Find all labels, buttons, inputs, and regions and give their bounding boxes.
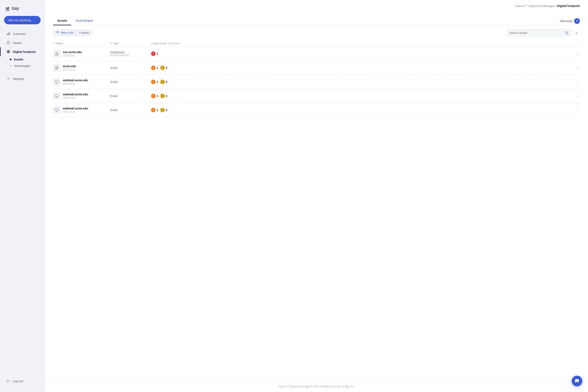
tab-technologies[interactable]: Technologies <box>71 17 98 25</box>
issue-badge-yellow-4: ⋮ 2 <box>160 94 168 98</box>
row-more-button-3[interactable]: ··· <box>572 80 580 84</box>
issue-dot-yellow-3: ⋮ <box>160 80 165 84</box>
main-content: Stance™ Exposure Manager / Digital footp… <box>45 0 588 392</box>
svg-rect-0 <box>7 34 8 35</box>
sort-type-icon: ⇅ <box>110 42 112 45</box>
download-button[interactable] <box>573 30 580 36</box>
col-name-header[interactable]: ⇅ Name <box>53 42 110 45</box>
issue-dot-red-1: − <box>151 52 156 56</box>
search-input-wrap: 🔍 <box>506 29 572 36</box>
sidebar: at bay Ask me anything Summary Issues <box>0 0 45 392</box>
svg-rect-2 <box>9 32 10 35</box>
logo-bay-text: bay <box>10 6 19 11</box>
type-cell-5: Email <box>110 108 151 112</box>
sidebar-bottom: Log out <box>0 376 45 392</box>
breadcrumb-current: Digital footprint <box>557 4 580 8</box>
asset-name-5: webmail.acme.edu <box>63 107 88 110</box>
svg-rect-15 <box>55 108 58 111</box>
asset-date-1: 2022.10.31 <box>63 54 82 57</box>
issue-badge-orange-5: ! 1 <box>151 108 158 112</box>
svg-rect-13 <box>55 80 58 83</box>
row-more-button-4[interactable]: ··· <box>572 94 580 98</box>
issues-cell-3: ! 1 ⋮ 2 <box>151 80 572 84</box>
type-cell-3: Email <box>110 80 151 84</box>
filters-row: Filters OFF 3 assets 🔍 <box>53 25 580 40</box>
table-header: ⇅ Name ⇅ Type ↓ Issue count most-least <box>53 40 580 47</box>
sidebar-item-summary[interactable]: Summary <box>0 29 45 38</box>
sidebar-item-settings[interactable]: Settings <box>0 74 45 83</box>
sidebar-sub-item-assets-label: Assets <box>14 58 23 61</box>
sidebar-sub-item-technologies[interactable]: Technologies <box>0 63 45 69</box>
col-type-header[interactable]: ⇅ Type <box>110 42 151 45</box>
issue-badge-orange-3: ! 1 <box>151 80 158 84</box>
row-more-button-1[interactable]: ··· <box>572 52 580 56</box>
breadcrumb: Stance™ Exposure Manager / Digital footp… <box>515 4 580 8</box>
issue-count-yellow-2: 2 <box>166 66 168 70</box>
asset-name-2: acme.edu <box>63 64 76 68</box>
bar-chart-icon <box>6 32 10 36</box>
col-issue-sort-dir: most-least <box>168 42 180 45</box>
logo-area: at bay <box>0 0 45 16</box>
search-icon: 🔍 <box>564 31 568 35</box>
tabs-row: Assets Technologies Add asset + <box>53 12 580 25</box>
logo: at bay <box>6 6 39 11</box>
chat-fab-button[interactable] <box>572 376 582 386</box>
asset-name-1: sso.acme.edu <box>63 50 82 54</box>
sort-name-icon: ⇅ <box>53 42 55 45</box>
sidebar-item-logout-label: Log out <box>13 379 23 383</box>
issue-dot-orange-3: ! <box>151 80 156 84</box>
sidebar-item-digital-footprint[interactable]: Digital footprint <box>0 47 45 56</box>
table-row: webmail.acme.edu 2022.10.31 Email ! 1 ⋮ … <box>53 75 580 89</box>
sidebar-item-issues-label: Issues <box>13 41 22 44</box>
list-icon <box>6 41 10 45</box>
asset-info-1: sso.acme.edu 2022.10.31 <box>63 50 82 57</box>
issue-dot-yellow-5: ⋮ <box>160 108 165 112</box>
content-area: Assets Technologies Add asset + Filters … <box>45 12 588 196</box>
sidebar-item-issues[interactable]: Issues <box>0 38 45 47</box>
col-type-label: Type <box>113 42 118 45</box>
type-cell-4: Email <box>110 94 151 98</box>
asset-name-3: webmail.acme.edu <box>63 78 88 82</box>
issue-count-orange-3: 1 <box>156 80 158 84</box>
search-input[interactable] <box>510 31 563 34</box>
col-issue-header[interactable]: ↓ Issue count most-least <box>151 42 572 45</box>
row-more-button-2[interactable]: ··· <box>572 66 580 70</box>
tab-assets[interactable]: Assets <box>53 17 71 25</box>
asset-cell-1: sso.acme.edu 2022.10.31 <box>53 50 110 57</box>
logout-icon <box>6 379 10 383</box>
filters-count: 3 assets <box>79 31 89 34</box>
issue-badge-yellow-5: ⋮ 2 <box>160 108 168 112</box>
col-name-label: Name <box>56 42 63 45</box>
asset-name-4: webmail.acme.edu <box>63 93 88 96</box>
issue-count-yellow-4: 2 <box>166 94 168 98</box>
asset-cell-4: webmail.acme.edu 2022.10.31 <box>53 92 110 100</box>
filter-divider <box>76 32 76 34</box>
issue-count-orange-2: 1 <box>156 66 158 70</box>
sidebar-sub-item-assets[interactable]: Assets <box>0 56 45 63</box>
asset-date-4: 2022.10.31 <box>63 96 88 99</box>
ask-me-anything-button[interactable]: Ask me anything <box>4 16 41 24</box>
breadcrumb-prefix: Stance™ Exposure Manager <box>515 4 554 8</box>
type-detail-1: 000.000.000.000 <box>110 54 151 57</box>
gear-icon <box>6 76 10 81</box>
footer-text: Stance™ Exposure Manager © 2023 All Righ… <box>278 385 354 388</box>
add-asset-button[interactable]: Add asset + <box>560 17 580 25</box>
main-nav: Summary Issues Digital footprint Assets <box>0 29 45 376</box>
filters-button[interactable]: Filters OFF 3 assets <box>53 30 92 36</box>
asset-cell-2: acme.edu 2022.10.31 <box>53 64 110 72</box>
asset-info-2: acme.edu 2022.10.31 <box>63 64 76 71</box>
issue-dot-yellow-4: ⋮ <box>160 94 165 98</box>
table-row: sso.acme.edu 2022.10.31 Subdomain 000.00… <box>53 47 580 61</box>
issues-cell-2: ! 1 ⋮ 2 <box>151 66 572 70</box>
asset-date-5: 2022.10.31 <box>63 110 88 113</box>
asset-info-3: webmail.acme.edu 2022.10.31 <box>63 78 88 85</box>
topbar: Stance™ Exposure Manager / Digital footp… <box>45 0 588 12</box>
filters-label: Filters OFF <box>61 31 74 34</box>
asset-icon-1 <box>53 50 60 57</box>
row-more-button-5[interactable]: ··· <box>572 108 580 112</box>
issues-cell-5: ! 1 ⋮ 2 <box>151 108 572 112</box>
sub-nav: Assets Technologies <box>0 56 45 69</box>
sidebar-item-settings-label: Settings <box>13 77 24 80</box>
issue-badge-orange-4: ! 1 <box>151 94 158 98</box>
sidebar-item-logout[interactable]: Log out <box>0 376 45 386</box>
